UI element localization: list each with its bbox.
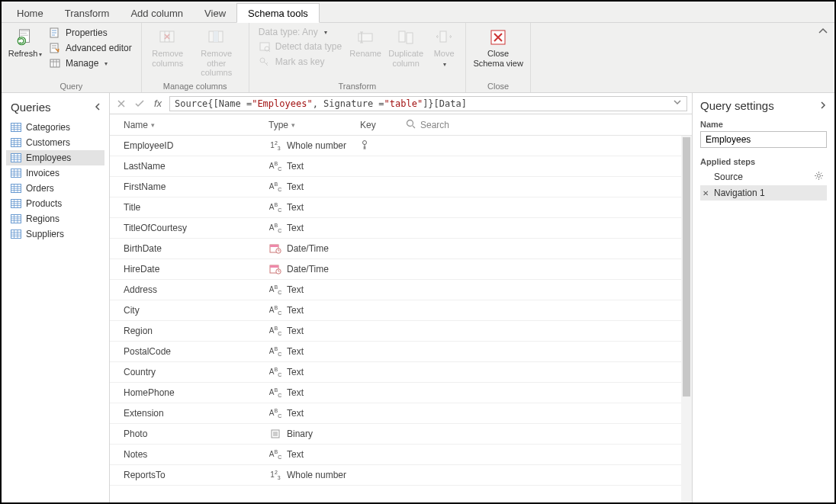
formula-bar: fx Source{[Name = "Employees" , Signatur… xyxy=(110,93,692,114)
col-header-type[interactable]: Type xyxy=(268,120,288,130)
query-item[interactable]: Categories xyxy=(6,120,104,135)
duplicate-column-icon xyxy=(396,27,416,47)
advanced-editor-button[interactable]: Advanced editor xyxy=(47,41,133,55)
query-item[interactable]: Suppliers xyxy=(6,226,104,242)
expand-settings-icon[interactable] xyxy=(819,99,827,112)
schema-row[interactable]: FirstName ABC Text xyxy=(110,177,692,197)
column-type: Date/Time xyxy=(287,264,329,274)
refresh-icon xyxy=(15,27,35,47)
scrollbar-thumb[interactable] xyxy=(683,137,690,396)
manage-button[interactable]: Manage ▾ xyxy=(47,56,133,70)
gear-icon[interactable] xyxy=(814,171,824,183)
manage-icon xyxy=(49,57,61,69)
group-label-manage-columns: Manage columns xyxy=(146,82,244,92)
schema-row[interactable]: BirthDate Date/Time xyxy=(110,239,692,259)
rename-button: Rename xyxy=(346,24,384,62)
schema-row[interactable]: TitleOfCourtesy ABC Text xyxy=(110,218,692,239)
schema-row[interactable]: HomePhone ABC Text xyxy=(110,383,692,403)
schema-row[interactable]: Country ABC Text xyxy=(110,362,692,383)
formula-input[interactable]: Source{[Name = "Employees" , Signature =… xyxy=(169,96,687,111)
schema-row[interactable]: EmployeeID 123 Whole number xyxy=(110,136,692,156)
tab-schema-tools[interactable]: Schema tools xyxy=(236,3,320,23)
schema-grid-header: Name ▾ Type ▾ Key Search xyxy=(110,114,692,136)
schema-area: fx Source{[Name = "Employees" , Signatur… xyxy=(110,93,693,502)
cancel-formula-icon[interactable] xyxy=(114,97,128,111)
col-header-key: Key xyxy=(360,120,376,130)
schema-row[interactable]: Extension ABC Text xyxy=(110,403,692,424)
chevron-down-icon: ▾ xyxy=(104,60,108,67)
table-icon xyxy=(11,199,21,208)
schema-row[interactable]: Address ABC Text xyxy=(110,280,692,300)
queries-panel-title: Queries xyxy=(11,101,51,114)
close-schema-view-button[interactable]: Close Schema view xyxy=(471,24,526,71)
delete-step-icon[interactable]: ✕ xyxy=(703,189,709,197)
query-item[interactable]: Invoices xyxy=(6,165,104,181)
col-header-name[interactable]: Name xyxy=(124,120,148,130)
query-item[interactable]: Products xyxy=(6,196,104,211)
column-name: Photo xyxy=(124,429,268,439)
applied-step[interactable]: ✕ Navigation 1 xyxy=(700,185,827,201)
query-item[interactable]: Regions xyxy=(6,211,104,226)
column-name: HomePhone xyxy=(124,387,268,398)
svg-rect-30 xyxy=(270,265,278,268)
table-icon xyxy=(11,138,21,147)
duplicate-column-label: Duplicate column xyxy=(386,49,426,68)
svg-rect-27 xyxy=(270,245,278,247)
advanced-editor-label: Advanced editor xyxy=(66,43,132,53)
schema-row[interactable]: City ABC Text xyxy=(110,300,692,321)
queries-list: Categories Customers Employees Invoices … xyxy=(2,120,109,242)
duplicate-column-button: Duplicate column xyxy=(384,24,427,71)
schema-row[interactable]: ReportsTo 123 Whole number xyxy=(110,465,692,486)
scrollbar[interactable] xyxy=(681,136,692,502)
schema-row[interactable]: LastName ABC Text xyxy=(110,156,692,177)
schema-row[interactable]: Notes ABC Text xyxy=(110,445,692,465)
tab-view[interactable]: View xyxy=(194,4,236,22)
schema-row[interactable]: Region ABC Text xyxy=(110,321,692,342)
query-item[interactable]: Customers xyxy=(6,135,104,150)
table-icon xyxy=(11,230,21,239)
schema-row[interactable]: PostalCode ABC Text xyxy=(110,342,692,362)
commit-formula-icon[interactable] xyxy=(133,97,146,111)
refresh-button[interactable]: Refresh▾ xyxy=(6,24,44,62)
chevron-down-icon: ▾ xyxy=(39,51,42,58)
schema-row[interactable]: Title ABC Text xyxy=(110,197,692,218)
table-icon xyxy=(11,184,21,193)
sort-chevron-icon[interactable]: ▾ xyxy=(291,121,295,129)
collapse-queries-icon[interactable] xyxy=(94,101,101,114)
column-name: Country xyxy=(124,367,268,377)
tab-add-column[interactable]: Add column xyxy=(120,4,194,22)
type-icon: ABC xyxy=(268,367,282,377)
formula-text: "Employees" xyxy=(252,98,312,109)
schema-row[interactable]: HireDate Date/Time xyxy=(110,259,692,280)
data-type-button: Data type: Any ▾ xyxy=(257,26,343,38)
rename-icon xyxy=(355,27,375,47)
type-icon: 123 xyxy=(268,470,282,480)
query-settings-title: Query settings xyxy=(700,99,774,112)
tab-transform[interactable]: Transform xyxy=(54,4,121,22)
sort-chevron-icon[interactable]: ▾ xyxy=(151,121,155,129)
schema-row[interactable]: Photo Binary xyxy=(110,424,692,445)
advanced-editor-icon xyxy=(49,42,61,54)
queries-panel: Queries Categories Customers Employees I… xyxy=(2,93,110,502)
column-name: BirthDate xyxy=(124,243,268,254)
query-item[interactable]: Orders xyxy=(6,181,104,196)
table-icon xyxy=(11,153,21,162)
group-label-transform: Transform xyxy=(254,82,461,92)
close-schema-view-label: Close Schema view xyxy=(472,49,524,68)
fx-icon[interactable]: fx xyxy=(151,97,165,111)
type-icon: ABC xyxy=(268,223,282,233)
column-type: Text xyxy=(287,387,304,398)
query-item-label: Orders xyxy=(26,183,54,194)
expand-formula-icon[interactable] xyxy=(673,98,682,109)
applied-step[interactable]: Source xyxy=(700,169,827,185)
query-item[interactable]: Employees xyxy=(6,150,104,165)
column-type: Whole number xyxy=(287,140,346,151)
tab-home[interactable]: Home xyxy=(6,4,54,22)
ribbon-collapse-icon[interactable] xyxy=(818,26,828,37)
search-placeholder[interactable]: Search xyxy=(420,120,449,130)
formula-text: , Signature = xyxy=(313,98,384,109)
query-name-input[interactable] xyxy=(700,131,827,148)
schema-grid-body[interactable]: EmployeeID 123 Whole number LastName ABC… xyxy=(110,136,692,502)
move-label: Move xyxy=(434,49,455,58)
properties-button[interactable]: Properties xyxy=(47,26,133,40)
